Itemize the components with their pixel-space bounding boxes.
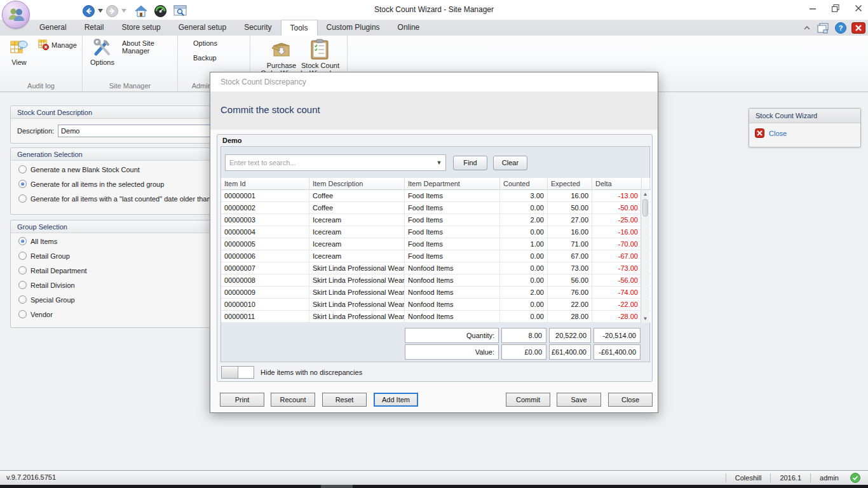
- recount-button[interactable]: Recount: [271, 393, 315, 407]
- group-option-all-items[interactable]: All Items: [18, 237, 57, 245]
- summary-quantity-cell: 8.00: [501, 328, 546, 343]
- search-input[interactable]: Enter text to search...: [226, 159, 433, 166]
- table-row[interactable]: 00000004IcecreamFood Items0.0016.00-16.0…: [221, 226, 651, 238]
- admin-options-button[interactable]: Options: [193, 39, 217, 47]
- table-row[interactable]: 00000006IcecreamFood Items0.0067.00-67.0…: [221, 250, 651, 262]
- quick-access-toolbar: [83, 4, 187, 18]
- tab-general[interactable]: General: [31, 20, 76, 36]
- hide-discrepancies-toggle[interactable]: [221, 366, 254, 379]
- cell-delta: -22.00: [592, 299, 642, 310]
- column-header-counted[interactable]: Counted: [500, 178, 548, 190]
- group-option-vendor[interactable]: Vendor: [18, 310, 53, 318]
- reset-button[interactable]: Reset: [322, 393, 367, 407]
- svg-text:?: ?: [839, 24, 843, 32]
- view-button[interactable]: View: [4, 39, 34, 66]
- cell-item-description: Coffee: [309, 190, 405, 201]
- cell-item-description: Icecream: [309, 238, 405, 250]
- cell-delta: -70.00: [592, 238, 642, 250]
- column-header-expected[interactable]: Expected: [548, 178, 592, 190]
- connection-ok-icon: [850, 473, 860, 483]
- windows-icon[interactable]: [817, 23, 830, 34]
- print-button[interactable]: Print: [220, 393, 264, 407]
- clear-button[interactable]: Clear: [493, 156, 527, 170]
- description-input[interactable]: [58, 125, 215, 137]
- generation-option-radio-icon: [18, 165, 27, 173]
- add-item-button[interactable]: Add Item: [374, 393, 418, 407]
- grid-scrollbar[interactable]: ▲ ▼: [641, 190, 649, 323]
- group-option-special-group[interactable]: Special Group: [18, 295, 75, 304]
- cell-counted: 0.00: [500, 274, 548, 286]
- back-icon[interactable]: [83, 5, 95, 17]
- table-row[interactable]: 00000009Skirt Linda Professional WearNon…: [221, 287, 651, 299]
- search-dropdown-icon[interactable]: ▼: [433, 159, 445, 166]
- column-header-item-id[interactable]: Item Id: [221, 178, 309, 190]
- back-dropdown-icon[interactable]: [98, 9, 103, 13]
- dialog-title: Stock Count Discrepancy: [210, 72, 658, 92]
- column-header-item-department[interactable]: Item Department: [405, 178, 500, 190]
- table-row[interactable]: 00000001CoffeeFood Items3.0016.00-13.00: [221, 190, 651, 202]
- column-header-delta[interactable]: Delta: [592, 178, 642, 190]
- search-window-icon[interactable]: [173, 5, 187, 17]
- summary-value-cell: £61,400.00: [549, 344, 591, 360]
- help-icon[interactable]: ?: [835, 22, 846, 34]
- group-option-radio-icon: [18, 295, 27, 304]
- cell-item-description: Icecream: [309, 250, 405, 262]
- forward-icon[interactable]: [106, 5, 118, 17]
- tab-custom-plugins[interactable]: Custom Plugins: [318, 20, 389, 36]
- home-icon[interactable]: [135, 5, 147, 17]
- backup-button[interactable]: Backup: [193, 54, 217, 62]
- close-window-button[interactable]: [854, 4, 863, 13]
- restore-button[interactable]: [831, 4, 840, 13]
- table-row[interactable]: 00000003IcecreamFood Items2.0027.00-25.0…: [221, 214, 651, 226]
- generation-option-radio-icon: [18, 194, 27, 203]
- group-option-retail-division[interactable]: Retail Division: [18, 281, 75, 289]
- cell-delta: -67.00: [592, 250, 642, 262]
- gauge-icon[interactable]: [154, 5, 166, 17]
- scroll-up-icon[interactable]: ▲: [641, 191, 649, 197]
- tab-general-setup[interactable]: General setup: [170, 20, 235, 36]
- tab-security[interactable]: Security: [235, 20, 280, 36]
- group-option-label: Special Group: [31, 296, 75, 304]
- table-row[interactable]: 00000008Skirt Linda Professional WearNon…: [221, 274, 651, 287]
- collapse-ribbon-icon[interactable]: [802, 23, 812, 33]
- version-label: v.9.7.2016.5751: [6, 473, 56, 481]
- tab-tools[interactable]: Tools: [281, 20, 318, 36]
- search-combobox[interactable]: Enter text to search... ▼: [225, 154, 446, 171]
- cell-expected: 71.00: [548, 238, 592, 250]
- table-row[interactable]: 00000002CoffeeFood Items0.0050.00-50.00: [221, 202, 651, 214]
- generation-option-generate-for-all-items-with-a-last-counted-date-older-than[interactable]: Generate for all items with a "last coun…: [18, 194, 211, 203]
- column-header-item-description[interactable]: Item Description: [309, 178, 405, 190]
- tab-online[interactable]: Online: [389, 20, 429, 36]
- tab-store-setup[interactable]: Store setup: [112, 20, 169, 36]
- status-bar: v.9.7.2016.5751 Coleshill 2016.1 admin: [0, 470, 868, 485]
- close-button[interactable]: Close: [608, 393, 653, 407]
- scroll-down-icon[interactable]: ▼: [641, 316, 649, 322]
- options-button[interactable]: Options: [86, 39, 118, 66]
- about-site-manager-button[interactable]: About Site Manager: [122, 39, 177, 55]
- group-option-retail-group[interactable]: Retail Group: [18, 252, 70, 260]
- wizard-panel-title: Stock Count Wizard: [749, 109, 860, 123]
- table-row[interactable]: 00000011Skirt Linda Professional WearNon…: [221, 311, 651, 323]
- cell-item-description: Skirt Linda Professional Wear: [309, 311, 405, 322]
- scroll-thumb[interactable]: [642, 199, 648, 217]
- app-menu-button[interactable]: [2, 1, 30, 29]
- generation-option-generate-a-new-blank-stock-count[interactable]: Generate a new Blank Stock Count: [18, 165, 140, 173]
- table-row[interactable]: 00000005IcecreamFood Items1.0071.00-70.0…: [221, 238, 651, 250]
- group-option-retail-department[interactable]: Retail Department: [18, 266, 87, 274]
- wizard-close-link[interactable]: Close: [749, 123, 860, 138]
- manage-button[interactable]: Manage: [38, 39, 77, 50]
- forward-dropdown-icon[interactable]: [121, 9, 126, 13]
- exit-app-icon[interactable]: [851, 22, 865, 34]
- cell-delta: -25.00: [592, 214, 642, 226]
- tab-retail[interactable]: Retail: [76, 20, 113, 36]
- table-row[interactable]: 00000010Skirt Linda Professional WearNon…: [221, 299, 651, 311]
- table-row[interactable]: 00000007Skirt Linda Professional WearNon…: [221, 262, 651, 274]
- commit-button[interactable]: Commit: [506, 393, 550, 407]
- cell-item-id: 00000010: [221, 299, 309, 310]
- save-button[interactable]: Save: [557, 393, 601, 407]
- minimize-button[interactable]: [808, 4, 817, 13]
- cell-expected: 28.00: [548, 311, 592, 322]
- find-button[interactable]: Find: [453, 156, 487, 170]
- generation-option-generate-for-all-items-in-the-selected-group[interactable]: Generate for all items in the selected g…: [18, 180, 164, 188]
- cell-item-id: 00000005: [221, 238, 309, 250]
